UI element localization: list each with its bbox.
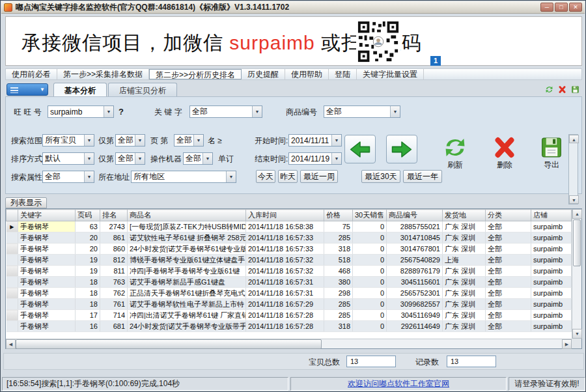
column-header[interactable]: 排名 bbox=[100, 210, 128, 221]
scroll-down-icon[interactable]: ▼ bbox=[569, 195, 579, 204]
table-cell[interactable]: 762 bbox=[100, 288, 128, 299]
table-cell[interactable]: surpaimb bbox=[531, 232, 572, 244]
next-period-button[interactable] bbox=[386, 135, 417, 163]
table-cell[interactable]: 20 bbox=[76, 232, 100, 244]
table-cell[interactable]: 全部 bbox=[486, 321, 531, 332]
table-cell[interactable]: 0 bbox=[353, 266, 387, 277]
table-cell[interactable]: 2014/11/18 16:57:33 bbox=[246, 232, 324, 244]
table-cell[interactable]: 3045116949 bbox=[387, 310, 443, 321]
table-cell[interactable]: 2885755021 bbox=[387, 221, 443, 232]
table-cell[interactable]: 0 bbox=[353, 255, 387, 266]
refresh-button[interactable]: 刷新 bbox=[437, 136, 473, 171]
row-selector[interactable] bbox=[7, 255, 18, 266]
table-cell[interactable]: 全部 bbox=[486, 288, 531, 299]
tab-basic-analysis[interactable]: 基本分析 bbox=[53, 83, 107, 96]
column-header[interactable]: 入库时间 bbox=[246, 210, 324, 221]
table-cell[interactable]: 0 bbox=[353, 288, 387, 299]
start-date-picker[interactable]: 2014/11/11 ▼ bbox=[288, 134, 342, 147]
only-first-select[interactable]: 全部 ▼ bbox=[115, 134, 145, 147]
vertical-scrollbar[interactable]: ▲ ▼ bbox=[572, 209, 581, 339]
table-cell[interactable]: 2014/11/18 16:57:28 bbox=[246, 310, 324, 321]
table-cell[interactable]: 全部 bbox=[486, 244, 531, 255]
table-cell[interactable]: 全部 bbox=[486, 277, 531, 288]
quick-today-button[interactable]: 今天 bbox=[256, 170, 275, 183]
table-cell[interactable]: 手卷钢琴 bbox=[18, 277, 76, 288]
table-row[interactable]: 手卷钢琴18762正品清天手卷钢琴61键折叠琴充电式2014/11/18 16:… bbox=[7, 288, 572, 299]
table-cell[interactable]: 0 bbox=[353, 310, 387, 321]
menu-item-step2-analyze[interactable]: 第二步>>分析历史排名 bbox=[149, 69, 242, 79]
table-cell[interactable]: 17 bbox=[76, 310, 100, 321]
table-cell[interactable]: 冲四|出清诺艾手卷钢琴61键 厂家直销 bbox=[128, 310, 246, 321]
horizontal-scrollbar[interactable]: ◀ ▶ bbox=[6, 339, 572, 348]
table-cell[interactable]: 广东 深圳 bbox=[443, 244, 486, 255]
table-cell[interactable]: 861 bbox=[100, 232, 128, 244]
table-cell[interactable]: surpaimb bbox=[531, 310, 572, 321]
table-cell[interactable]: 318 bbox=[324, 321, 353, 332]
attr-select[interactable]: 全部 ▼ bbox=[42, 171, 94, 183]
table-cell[interactable]: 2926114649 bbox=[387, 321, 443, 332]
table-row[interactable]: 手卷钢琴20861诺艾软性电子琴61键 折叠钢琴 258元2014/11/18 … bbox=[7, 232, 572, 244]
table-cell[interactable]: 全部 bbox=[486, 299, 531, 310]
row-selector[interactable] bbox=[7, 321, 18, 332]
form-scrollbar[interactable]: ▲ ▼ bbox=[568, 134, 578, 204]
table-cell[interactable]: 18 bbox=[76, 299, 100, 310]
table-cell[interactable]: 18 bbox=[76, 288, 100, 299]
export-button[interactable]: 导出 bbox=[533, 136, 570, 171]
maximize-button[interactable]: □ bbox=[555, 3, 568, 12]
dropdown-arrow-icon[interactable]: ▼ bbox=[331, 135, 341, 146]
table-cell[interactable]: surpaimb bbox=[531, 266, 572, 277]
table-cell[interactable]: 手卷钢琴 bbox=[18, 310, 76, 321]
table-cell[interactable]: 全部 bbox=[486, 221, 531, 232]
table-cell[interactable]: 3045115601 bbox=[387, 277, 443, 288]
machine-select[interactable]: 全部 ▼ bbox=[183, 152, 213, 165]
row-selector[interactable] bbox=[7, 310, 18, 321]
table-cell[interactable]: 广东 深圳 bbox=[443, 266, 486, 277]
column-header[interactable]: 发货地 bbox=[443, 210, 486, 221]
table-cell[interactable]: 285 bbox=[324, 310, 353, 321]
table-row[interactable]: 手卷钢琴19811冲四|手卷钢琴手卷钢琴专业版61键2014/11/18 16:… bbox=[7, 266, 572, 277]
table-cell[interactable]: 广东 深圳 bbox=[443, 277, 486, 288]
scroll-right-icon[interactable]: ▶ bbox=[562, 339, 572, 349]
table-row[interactable]: 手卷钢琴18763诺艾手卷钢琴新品手感G1键盘2014/11/18 16:57:… bbox=[7, 277, 572, 288]
help-icon[interactable]: ? bbox=[119, 105, 124, 118]
scrollbar-thumb[interactable] bbox=[573, 219, 581, 266]
dropdown-arrow-icon[interactable]: ▼ bbox=[202, 153, 212, 164]
scrollbar-track[interactable] bbox=[322, 339, 562, 348]
column-header[interactable]: 价格 bbox=[324, 210, 353, 221]
table-cell[interactable]: surpaimb bbox=[531, 255, 572, 266]
row-selector[interactable]: ▶ bbox=[7, 221, 18, 232]
table-cell[interactable]: 24小时发货|诺艾手卷钢琴专业版带手 bbox=[128, 321, 246, 332]
address-select[interactable]: 所有地区 ▼ bbox=[131, 171, 236, 183]
column-header[interactable]: 分类 bbox=[486, 210, 531, 221]
table-cell[interactable]: 468 bbox=[324, 266, 353, 277]
table-cell[interactable]: surpaimb bbox=[531, 288, 572, 299]
dropdown-arrow-icon[interactable]: ▼ bbox=[390, 106, 400, 117]
table-cell[interactable]: 博锐手卷钢琴专业版61键立体键盘手 bbox=[128, 255, 246, 266]
table-cell[interactable]: 318 bbox=[324, 244, 353, 255]
item-no-select[interactable]: 全部 ▼ bbox=[324, 105, 400, 118]
table-cell[interactable]: 0 bbox=[353, 321, 387, 332]
table-cell[interactable]: 20 bbox=[76, 244, 100, 255]
quick-last-year-button[interactable]: 最近一年 bbox=[403, 170, 442, 183]
table-cell[interactable]: 诺艾软性电子琴61键 折叠钢琴 258元 bbox=[128, 232, 246, 244]
menu-item-login[interactable]: 登陆 bbox=[329, 69, 357, 79]
table-cell[interactable]: 763 bbox=[100, 277, 128, 288]
row-selector[interactable] bbox=[7, 232, 18, 244]
dropdown-arrow-icon[interactable]: ▼ bbox=[84, 135, 94, 146]
dropdown-arrow-icon[interactable]: ▼ bbox=[104, 106, 113, 117]
table-cell[interactable]: 手卷钢琴 bbox=[18, 299, 76, 310]
table-cell[interactable]: 2014/11/18 16:57:29 bbox=[246, 299, 324, 310]
table-cell[interactable]: 正品清天手卷钢琴61键折叠琴充电式 bbox=[128, 288, 246, 299]
table-cell[interactable]: 8288976179 bbox=[387, 266, 443, 277]
table-cell[interactable]: 63 bbox=[76, 221, 100, 232]
quick-last-week-button[interactable]: 最近一周 bbox=[300, 170, 338, 183]
official-site-link[interactable]: 欢迎访问嘟点软件工作室官网 bbox=[290, 377, 507, 391]
table-cell[interactable]: 冲四|手卷钢琴手卷钢琴专业版61键 bbox=[128, 266, 246, 277]
table-cell[interactable]: 手卷钢琴 bbox=[18, 221, 76, 232]
table-cell[interactable]: 2014/11/18 16:57:33 bbox=[246, 244, 324, 255]
row-selector[interactable] bbox=[7, 244, 18, 255]
table-row[interactable]: 手卷钢琴2086024小时发货|诺艾手卷钢琴61键专业版2014/11/18 1… bbox=[7, 244, 572, 255]
table-cell[interactable]: surpaimb bbox=[531, 244, 572, 255]
search-range-select[interactable]: 所有宝贝 ▼ bbox=[42, 134, 94, 147]
column-header[interactable]: 商品编号 bbox=[387, 210, 443, 221]
